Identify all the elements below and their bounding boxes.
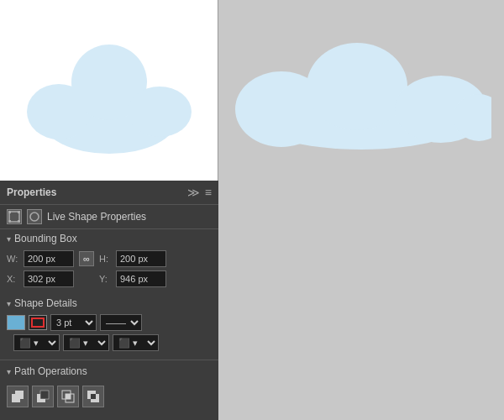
align-select-3[interactable]: ⬛ ▾ (113, 334, 159, 351)
panel-header: Properties ≫ ≡ (0, 181, 218, 205)
xy-row: X: Y: (7, 270, 212, 287)
x-label: X: (7, 274, 18, 284)
cloud-left (25, 24, 193, 158)
svg-point-14 (30, 213, 39, 221)
svg-point-3 (128, 87, 192, 137)
svg-rect-16 (15, 391, 24, 399)
svg-rect-21 (66, 394, 71, 399)
x-input[interactable] (24, 270, 74, 287)
path-exclude-button[interactable] (82, 386, 104, 407)
live-shape-label: Live Shape Properties (47, 211, 146, 223)
menu-icon[interactable]: ≡ (205, 186, 212, 199)
canvas-right (218, 0, 504, 181)
svg-rect-10 (8, 211, 11, 213)
stroke-color-swatch[interactable] (29, 315, 47, 330)
stroke-type-select[interactable]: ————— (100, 314, 142, 331)
svg-rect-18 (40, 391, 49, 399)
panel-title: Properties (7, 186, 56, 198)
bounding-box-label: Bounding Box (14, 233, 77, 244)
path-intersect-button[interactable] (57, 386, 79, 407)
live-shape-row: Live Shape Properties (0, 205, 218, 229)
y-input[interactable] (116, 270, 166, 287)
shape-details-section: 3 pt ————— ⬛ ▾ ⬛ ▾ ⬛ ▾ (0, 312, 218, 358)
w-label: W: (7, 254, 18, 264)
shape-details-label: Shape Details (14, 297, 77, 309)
canvas-left (0, 0, 218, 181)
bounding-box-arrow: ▾ (7, 234, 11, 244)
expand-icon[interactable]: ≫ (187, 186, 200, 199)
w-input[interactable] (24, 250, 74, 267)
path-operations-label: Path Operations (14, 365, 87, 377)
align-select-1[interactable]: ⬛ ▾ (13, 334, 60, 351)
path-operations-section (0, 381, 218, 412)
path-operations-arrow: ▾ (7, 367, 11, 376)
h-input[interactable] (116, 250, 166, 267)
cloud-right (231, 29, 491, 151)
stroke-weight-select[interactable]: 3 pt (50, 314, 97, 331)
fill-stroke-row: 3 pt ————— (7, 314, 212, 331)
fill-color-swatch[interactable] (7, 315, 25, 330)
path-ops-buttons (7, 383, 212, 410)
h-label: H: (99, 254, 111, 264)
bounding-box-fields: W: ∞ H: X: Y: (0, 248, 218, 294)
shape-details-header[interactable]: ▾ Shape Details (0, 294, 218, 312)
link-wh-icon[interactable]: ∞ (79, 251, 94, 266)
svg-rect-24 (91, 394, 96, 399)
stroke-inner (31, 318, 45, 328)
path-subtract-button[interactable] (32, 386, 54, 407)
svg-rect-12 (8, 220, 11, 223)
panel-header-icons: ≫ ≡ (187, 186, 212, 199)
svg-rect-13 (18, 220, 20, 223)
transform-icon[interactable] (7, 209, 22, 224)
path-unite-button[interactable] (7, 386, 29, 407)
properties-panel: Properties ≫ ≡ Live Shape Properties ▾ B… (0, 181, 218, 420)
svg-rect-11 (18, 211, 20, 213)
svg-point-6 (307, 43, 407, 130)
shape-mode-icon[interactable] (27, 209, 42, 224)
shape-details-arrow: ▾ (7, 299, 11, 308)
bounding-box-header[interactable]: ▾ Bounding Box (0, 229, 218, 248)
align-select-2[interactable]: ⬛ ▾ (63, 334, 109, 351)
y-label: Y: (99, 274, 111, 284)
wh-row: W: ∞ H: (7, 250, 212, 267)
align-row: ⬛ ▾ ⬛ ▾ ⬛ ▾ (7, 334, 212, 354)
divider (0, 360, 218, 360)
path-operations-header[interactable]: ▾ Path Operations (0, 362, 218, 381)
